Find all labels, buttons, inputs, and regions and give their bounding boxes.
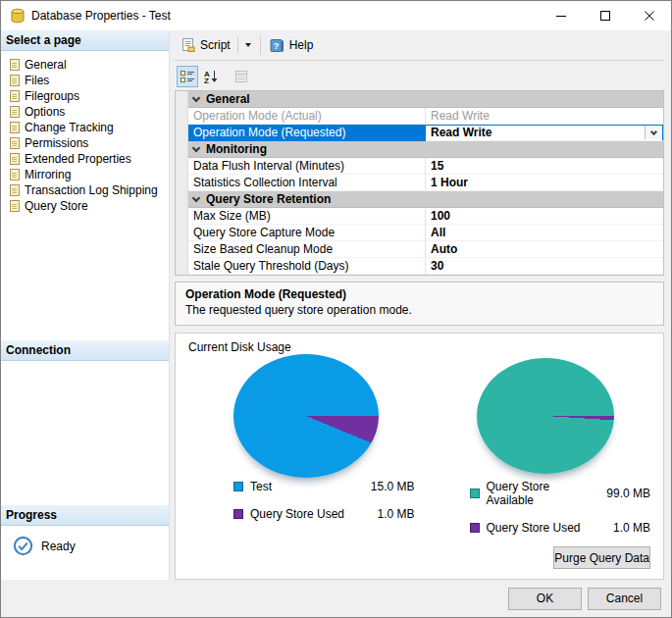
row-margin	[176, 91, 188, 108]
pie-chart-area	[188, 354, 650, 478]
category-label: General	[206, 92, 250, 106]
script-button[interactable]: Script	[177, 33, 256, 57]
property-pages-icon	[233, 69, 249, 84]
sidebar-item-transaction-log-shipping[interactable]: Transaction Log Shipping	[1, 182, 169, 198]
property-row-operation-mode-actual[interactable]: Operation Mode (Actual) Read Write	[176, 108, 663, 125]
sidebar-item-mirroring[interactable]: Mirroring	[1, 167, 169, 182]
property-row-max-size[interactable]: Max Size (MB) 100	[176, 208, 663, 225]
property-row-size-based-cleanup-mode[interactable]: Size Based Cleanup Mode Auto	[176, 241, 663, 258]
legend-value: 15.0 MB	[371, 480, 415, 493]
row-margin	[176, 108, 188, 125]
property-value[interactable]: 15	[426, 158, 663, 175]
dialog-body: Select a page General Files Filegroups O…	[1, 30, 671, 580]
sidebar-item-permissions[interactable]: Permissions	[1, 135, 169, 151]
database-icon	[10, 8, 26, 24]
property-value[interactable]: 100	[426, 208, 663, 225]
progress-header: Progress	[1, 505, 169, 526]
alphabetical-sort-button[interactable]: A Z	[200, 66, 222, 87]
category-label: Query Store Retention	[206, 192, 331, 206]
collapse-chevron-icon[interactable]	[192, 143, 200, 151]
category-row-general[interactable]: General	[176, 91, 663, 108]
cancel-button[interactable]: Cancel	[588, 588, 661, 610]
footer: OK Cancel	[1, 580, 671, 617]
property-description-pane: Operation Mode (Requested) The requested…	[175, 282, 664, 326]
close-button[interactable]	[627, 2, 671, 30]
categorized-view-button[interactable]	[177, 66, 198, 87]
row-margin	[176, 125, 188, 141]
category-cell: General	[188, 91, 663, 108]
property-value[interactable]: Read Write	[426, 125, 663, 141]
legend-label: Query Store Available	[487, 480, 600, 507]
main-panel: Script ? Help	[170, 30, 671, 580]
page-icon	[10, 106, 20, 118]
window-title: Database Properties - Test	[31, 9, 539, 23]
title-bar: Database Properties - Test	[1, 1, 671, 30]
collapse-chevron-icon[interactable]	[192, 93, 200, 101]
property-row-operation-mode-requested[interactable]: Operation Mode (Requested) Read Write	[176, 125, 663, 141]
category-cell: Query Store Retention	[188, 191, 663, 208]
category-row-monitoring[interactable]: Monitoring	[176, 141, 663, 158]
sidebar-item-options[interactable]: Options	[1, 104, 169, 120]
property-label: Operation Mode (Actual)	[188, 108, 426, 125]
sidebar-item-extended-properties[interactable]: Extended Properties	[1, 151, 169, 167]
property-grid: General Operation Mode (Actual) Read Wri…	[175, 90, 664, 276]
property-value[interactable]: All	[426, 225, 663, 241]
value-text: Read Write	[431, 126, 491, 139]
page-icon	[10, 184, 20, 196]
sidebar-item-label: Change Tracking	[25, 121, 114, 134]
row-margin	[176, 241, 188, 258]
property-value[interactable]: Auto	[426, 241, 663, 258]
property-row-data-flush-interval[interactable]: Data Flush Interval (Minutes) 15	[176, 158, 663, 175]
property-value: Read Write	[426, 108, 663, 125]
svg-text:?: ?	[273, 40, 279, 50]
property-value[interactable]: 1 Hour	[426, 175, 663, 191]
connection-panel	[1, 361, 169, 505]
sidebar-item-label: Files	[25, 74, 49, 87]
category-label: Monitoring	[206, 142, 267, 156]
page-icon	[10, 137, 20, 149]
page-list: General Files Filegroups Options Change …	[1, 51, 169, 340]
sidebar-item-label: Mirroring	[25, 168, 71, 181]
sidebar-item-general[interactable]: General	[1, 57, 169, 73]
sidebar-item-filegroups[interactable]: Filegroups	[1, 88, 169, 104]
close-icon	[645, 11, 654, 21]
page-icon	[10, 169, 20, 180]
help-button[interactable]: ? Help	[265, 34, 319, 57]
purge-query-data-button[interactable]: Purge Query Data	[553, 546, 650, 569]
legend-swatch-teal	[470, 489, 480, 498]
pie-legends: Test 15.0 MB Query Store Used 1.0 MB Que	[188, 478, 650, 535]
property-row-stale-query-threshold[interactable]: Stale Query Threshold (Days) 30	[176, 258, 663, 275]
value-dropdown-button[interactable]	[645, 126, 662, 139]
progress-panel: Ready	[1, 526, 169, 580]
legend-value: 1.0 MB	[377, 507, 414, 521]
property-row-statistics-collection-interval[interactable]: Statistics Collection Interval 1 Hour	[176, 175, 663, 191]
maximize-button[interactable]	[583, 2, 627, 30]
category-row-query-store-retention[interactable]: Query Store Retention	[176, 191, 663, 208]
svg-text:Z: Z	[204, 77, 209, 84]
sidebar-item-label: General	[25, 58, 67, 72]
progress-status: Ready	[41, 540, 76, 553]
sidebar-item-query-store[interactable]: Query Store	[1, 198, 169, 214]
property-row-query-store-capture-mode[interactable]: Query Store Capture Mode All	[176, 225, 663, 241]
property-label: Size Based Cleanup Mode	[188, 241, 426, 258]
property-label: Statistics Collection Interval	[188, 175, 426, 191]
sidebar-item-files[interactable]: Files	[1, 73, 169, 88]
help-icon: ?	[270, 38, 284, 53]
select-page-header: Select a page	[1, 30, 169, 51]
sidebar-item-label: Query Store	[25, 199, 88, 213]
script-dropdown-caret-icon[interactable]	[245, 43, 251, 47]
property-value[interactable]: 30	[426, 258, 663, 275]
script-label: Script	[200, 38, 231, 52]
ok-button[interactable]: OK	[508, 588, 582, 610]
page-icon	[10, 90, 20, 102]
property-label: Max Size (MB)	[188, 208, 426, 225]
minimize-button[interactable]	[539, 2, 583, 30]
collapse-chevron-icon[interactable]	[192, 193, 200, 201]
sidebar-item-change-tracking[interactable]: Change Tracking	[1, 120, 169, 135]
row-margin	[176, 225, 188, 241]
legend-swatch-blue	[233, 482, 243, 491]
ready-check-icon	[13, 536, 33, 556]
row-margin	[176, 175, 188, 191]
help-label: Help	[289, 38, 314, 52]
property-label: Operation Mode (Requested)	[188, 125, 426, 141]
